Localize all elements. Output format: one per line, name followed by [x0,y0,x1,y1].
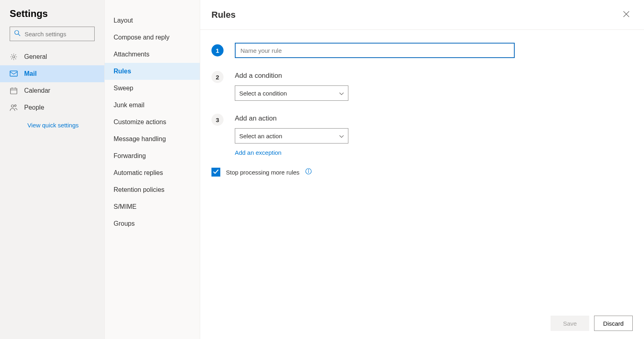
midbar-item-sweep[interactable]: Sweep [105,80,200,97]
people-icon [10,104,18,112]
chevron-down-icon [339,90,344,97]
svg-rect-3 [10,71,17,76]
midbar-item-retention[interactable]: Retention policies [105,181,200,198]
stop-processing-label: Stop processing more rules [226,169,300,176]
svg-point-12 [14,105,16,106]
chevron-down-icon [339,133,344,139]
step-title-action: Add an action [235,114,517,123]
footer-buttons: Save Discard [551,316,633,331]
search-icon [14,30,24,38]
rule-name-input[interactable] [235,43,515,58]
dropdown-value: Select an action [239,133,282,139]
midbar-item-customize[interactable]: Customize actions [105,114,200,131]
mail-settings-list: Layout Compose and reply Attachments Rul… [105,0,200,339]
sidebar-item-label: Mail [24,70,37,77]
svg-point-0 [15,31,19,35]
midbar-item-automatic-replies[interactable]: Automatic replies [105,164,200,181]
sidebar-item-label: General [24,53,47,60]
condition-dropdown[interactable]: Select a condition [235,85,348,101]
save-button[interactable]: Save [551,316,589,331]
svg-point-17 [308,170,309,170]
sidebar-item-label: Calendar [24,87,50,94]
sidebar-item-people[interactable]: People [0,99,104,116]
midbar-item-forwarding[interactable]: Forwarding [105,148,200,164]
svg-line-1 [19,34,21,36]
step-name-rule: 1 [211,43,633,58]
info-icon[interactable] [305,168,312,176]
midbar-item-attachments[interactable]: Attachments [105,46,200,63]
discard-button[interactable]: Discard [594,316,633,331]
svg-point-11 [11,105,14,107]
midbar-item-smime[interactable]: S/MIME [105,198,200,215]
calendar-icon [10,87,18,95]
svg-point-2 [12,56,14,58]
midbar-item-layout[interactable]: Layout [105,12,200,29]
step-title-condition: Add a condition [235,72,517,80]
sidebar-item-label: People [24,104,44,111]
midbar-item-junk[interactable]: Junk email [105,97,200,114]
mail-icon [10,70,18,78]
action-dropdown[interactable]: Select an action [235,128,348,144]
search-input[interactable] [24,30,90,38]
add-exception-link[interactable]: Add an exception [235,149,282,156]
rules-panel: Rules 1 2 Add a condition Select a condi… [200,0,644,339]
check-icon [213,168,219,176]
view-quick-settings-link[interactable]: View quick settings [27,122,104,129]
midbar-item-message-handling[interactable]: Message handling [105,131,200,148]
step-number-2: 2 [211,71,224,83]
settings-title: Settings [10,8,104,19]
settings-sidebar: Settings General Mail Calendar People Vi… [0,0,105,339]
close-icon [623,11,630,19]
step-add-condition: 2 Add a condition Select a condition [211,69,633,101]
gear-icon [10,53,18,61]
close-button[interactable] [620,8,633,21]
stop-processing-checkbox[interactable] [211,168,220,177]
svg-rect-4 [10,88,17,94]
sidebar-item-mail[interactable]: Mail [0,65,104,82]
midbar-item-rules[interactable]: Rules [105,63,200,80]
step-number-3: 3 [211,114,224,126]
step-number-1: 1 [211,44,224,56]
sidebar-item-calendar[interactable]: Calendar [0,82,104,99]
sidebar-item-general[interactable]: General [0,48,104,65]
dropdown-value: Select a condition [239,90,287,97]
stop-processing-row: Stop processing more rules [211,168,633,177]
midbar-item-compose[interactable]: Compose and reply [105,29,200,46]
step-add-action: 3 Add an action Select an action Add an … [211,112,633,156]
midbar-item-groups[interactable]: Groups [105,215,200,232]
page-title: Rules [211,10,236,20]
search-settings-box[interactable] [10,27,95,41]
